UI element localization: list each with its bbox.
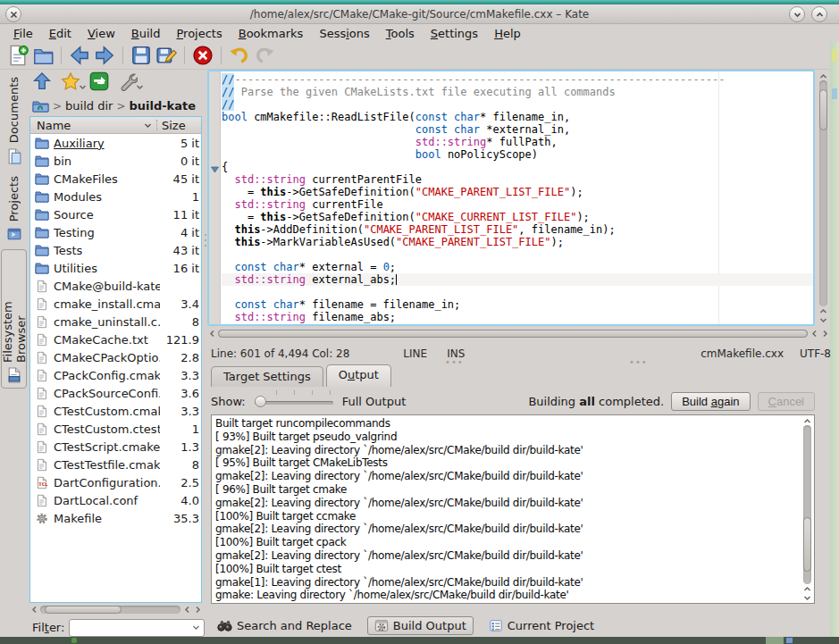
file-row[interactable]: CMake@build-kate....: [30, 277, 201, 295]
filter-combobox[interactable]: [69, 619, 205, 637]
scroll-left-arrow[interactable]: [207, 330, 216, 339]
configure-button[interactable]: [118, 71, 138, 94]
sidebar-tab-fsbrowser[interactable]: Filesystem Browser: [1, 249, 27, 389]
window-shade-down-button[interactable]: [789, 6, 805, 22]
menu-tools[interactable]: Tools: [378, 25, 423, 42]
scroll-left-arrow[interactable]: [182, 606, 191, 615]
file-row[interactable]: CTestCustom.cmake3.3: [30, 402, 201, 420]
bookmarks-button[interactable]: [61, 71, 80, 94]
scroll-right-arrow[interactable]: [193, 606, 202, 615]
scroll-thumb[interactable]: [819, 89, 827, 130]
menu-sessions[interactable]: Sessions: [311, 25, 377, 42]
go-back-button[interactable]: [67, 44, 92, 68]
file-row[interactable]: TCLDartConfiguration.tcl2.5: [30, 473, 201, 491]
file-row[interactable]: bin0 it: [30, 152, 201, 170]
menu-help[interactable]: Help: [486, 25, 529, 42]
toolview-button-current-project[interactable]: Current Project: [482, 617, 600, 634]
sidebar-tab-documents[interactable]: Documents: [1, 72, 27, 169]
breadcrumb-item-current[interactable]: build-kate: [129, 99, 196, 113]
menu-view[interactable]: View: [80, 25, 123, 42]
menu-projects[interactable]: Projects: [168, 25, 230, 42]
menu-file[interactable]: File: [5, 25, 41, 42]
column-header-name[interactable]: Name: [37, 119, 144, 132]
file-row[interactable]: CMakeFiles45 it: [30, 170, 201, 188]
breadcrumb-item-parent[interactable]: build dir: [65, 99, 113, 113]
scroll-groove[interactable]: [40, 606, 180, 614]
scroll-thumb[interactable]: [803, 517, 811, 572]
breadcrumb[interactable]: > build dir > build-kate: [32, 96, 196, 115]
toolview-button-search-and-replace[interactable]: Search and Replace: [211, 617, 358, 634]
close-document-button[interactable]: [190, 44, 215, 68]
scroll-groove[interactable]: [819, 80, 827, 306]
tab-target-settings[interactable]: Target Settings: [211, 366, 323, 387]
output-vscrollbar[interactable]: [801, 416, 813, 602]
file-row[interactable]: CTestScript.cmake1.3: [30, 438, 201, 456]
tab-output[interactable]: Output: [326, 364, 391, 387]
toolview-button-build-output[interactable]: Build Output: [367, 616, 474, 635]
scroll-groove[interactable]: [218, 330, 808, 338]
fold-marker-icon[interactable]: [211, 163, 219, 170]
output-detail-slider[interactable]: [255, 394, 333, 408]
cancel-button[interactable]: Cancel: [758, 392, 815, 411]
new-document-button[interactable]: [5, 44, 30, 68]
scroll-left-arrow[interactable]: [29, 606, 38, 615]
file-row[interactable]: Auxiliary5 it: [30, 134, 201, 152]
file-row[interactable]: CTestCustom.ctest1: [30, 420, 201, 438]
build-again-button[interactable]: Build again: [671, 392, 750, 411]
file-row[interactable]: Modules1: [30, 188, 201, 205]
menu-settings[interactable]: Settings: [423, 25, 486, 42]
scroll-up-arrow[interactable]: [819, 71, 828, 80]
open-document-button[interactable]: [30, 44, 55, 68]
file-row[interactable]: Source11 it: [30, 205, 201, 223]
sync-button[interactable]: [89, 71, 109, 94]
home-folder-icon[interactable]: [32, 99, 49, 113]
code-editor[interactable]: //--------------------------------------…: [207, 70, 815, 326]
editor-hscrollbar[interactable]: [207, 328, 829, 339]
menu-edit[interactable]: Edit: [41, 25, 80, 42]
file-row[interactable]: Utilities16 it: [30, 259, 201, 277]
scroll-up-arrow[interactable]: [819, 306, 828, 315]
window-shade-up-button[interactable]: [811, 6, 827, 22]
menu-bookmarks[interactable]: Bookmarks: [231, 25, 312, 42]
menu-build[interactable]: Build: [123, 25, 169, 42]
file-list-header[interactable]: Name Size: [30, 117, 201, 134]
eol-mode[interactable]: LINE: [403, 347, 427, 360]
go-forward-button[interactable]: [92, 44, 117, 68]
file-row[interactable]: CMakeCPackOptio...2.8: [30, 348, 201, 366]
titlebar[interactable]: /home/alex/src/CMake/CMake-git/Source/cm…: [0, 4, 839, 24]
column-header-size[interactable]: Size: [162, 119, 197, 132]
scroll-groove[interactable]: [803, 425, 811, 584]
code-text[interactable]: //--------------------------------------…: [222, 73, 813, 324]
file-row[interactable]: DartLocal.conf4.0: [30, 491, 201, 509]
file-row[interactable]: CTestTestfile.cmake8: [30, 456, 201, 473]
slider-handle[interactable]: [255, 396, 266, 407]
sidebar-tab-projects[interactable]: Projects: [1, 171, 27, 247]
chevron-down-icon[interactable]: [192, 623, 200, 631]
scroll-down-arrow[interactable]: [819, 315, 828, 324]
scroll-up-arrow[interactable]: [803, 584, 812, 593]
panel-splitter-handle[interactable]: [204, 234, 206, 254]
splitter-dots[interactable]: •••: [629, 357, 648, 367]
go-up-button[interactable]: [32, 71, 52, 94]
file-row[interactable]: Testing4 it: [30, 223, 201, 241]
editor-icon-border[interactable]: [209, 71, 221, 324]
save-button[interactable]: [129, 44, 154, 68]
file-list-hscrollbar[interactable]: [29, 604, 202, 615]
splitter-dots[interactable]: •••: [445, 357, 464, 367]
file-list[interactable]: Name Size Auxiliary5 itbin0 itCMakeFiles…: [29, 116, 202, 603]
scroll-down-arrow[interactable]: [803, 593, 812, 602]
redo-button[interactable]: [252, 44, 277, 68]
encoding[interactable]: UTF-8: [800, 347, 831, 360]
scroll-thumb[interactable]: [218, 330, 808, 338]
file-row[interactable]: cmake_uninstall.c...8: [30, 313, 201, 330]
file-row[interactable]: CPackConfig.cmake3.3: [30, 366, 201, 384]
file-row[interactable]: CMakeCache.txt121.9: [30, 330, 201, 348]
file-row[interactable]: Tests43 it: [30, 241, 201, 259]
file-row[interactable]: CPackSourceConfi...3.6: [30, 384, 201, 402]
column-divider[interactable]: [156, 120, 157, 130]
save-as-button[interactable]: [154, 44, 179, 68]
scroll-left-arrow[interactable]: [810, 330, 818, 339]
file-row[interactable]: Makefile35.3: [30, 509, 201, 527]
scroll-right-arrow[interactable]: [820, 330, 829, 339]
file-row[interactable]: cmake_install.cmake3.4: [30, 295, 201, 313]
